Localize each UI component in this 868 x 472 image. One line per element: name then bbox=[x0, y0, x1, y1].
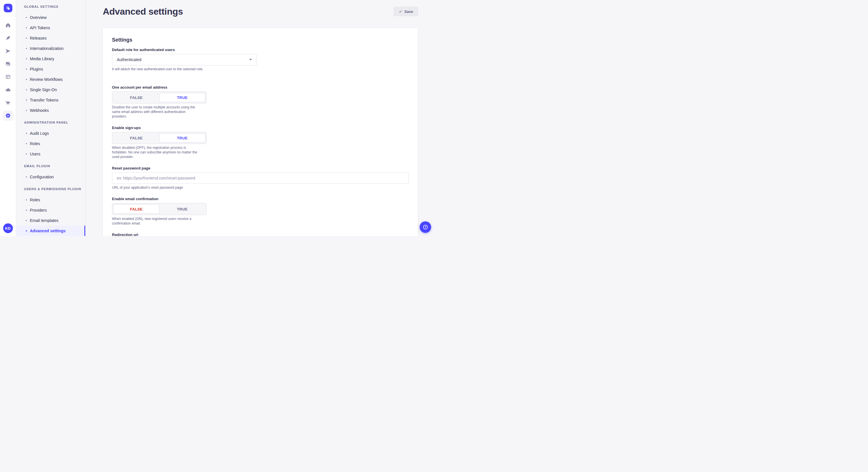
sidebar-item-webhooks[interactable]: Webhooks bbox=[16, 105, 85, 115]
nav-media-library[interactable] bbox=[3, 59, 13, 69]
icon-rail: KD bbox=[0, 0, 16, 236]
toggle-option-false[interactable]: FALSE bbox=[113, 93, 159, 102]
sidebar-item-review-workflows[interactable]: Review Workflows bbox=[16, 74, 85, 85]
bullet-icon bbox=[26, 133, 27, 134]
toggle-option-false[interactable]: FALSE bbox=[113, 204, 159, 214]
sidebar-item-up-roles[interactable]: Roles bbox=[16, 195, 85, 205]
avatar[interactable]: KD bbox=[3, 224, 13, 233]
toggle-option-true[interactable]: TRUE bbox=[159, 133, 205, 142]
sidebar-item-label: Releases bbox=[30, 36, 46, 40]
nav-content-type-builder[interactable] bbox=[3, 33, 13, 43]
bullet-icon bbox=[26, 79, 27, 80]
gear-icon bbox=[5, 113, 11, 119]
bullet-icon bbox=[26, 48, 27, 49]
field-label: Reset password page bbox=[112, 166, 409, 171]
field-hint: When enabled (ON), new registered users … bbox=[112, 216, 257, 226]
paper-plane-icon bbox=[5, 48, 11, 54]
sidebar-item-label: Configuration bbox=[30, 175, 54, 179]
field-hint: When disabled (OFF), the registration pr… bbox=[112, 145, 257, 159]
settings-card: Settings Default role for authenticated … bbox=[103, 28, 418, 236]
section-title-global-settings: GLOBAL SETTINGS bbox=[16, 4, 85, 9]
nav-content-manager[interactable] bbox=[3, 72, 13, 82]
field-hint: Disallow the user to create multiple acc… bbox=[112, 105, 257, 119]
bullet-icon bbox=[26, 27, 27, 28]
help-button[interactable]: ? bbox=[420, 222, 431, 233]
reset-password-input[interactable] bbox=[112, 172, 409, 184]
sidebar-item-email-templates[interactable]: Email templates bbox=[16, 215, 85, 226]
sidebar-item-providers[interactable]: Providers bbox=[16, 205, 85, 215]
sidebar-item-admin-users[interactable]: Users bbox=[16, 149, 85, 159]
toggle-option-false[interactable]: FALSE bbox=[113, 133, 159, 142]
sidebar-item-admin-roles[interactable]: Roles bbox=[16, 138, 85, 149]
sidebar-item-api-tokens[interactable]: API Tokens bbox=[16, 23, 85, 33]
card-section-title: Settings bbox=[112, 37, 409, 43]
strapi-logo[interactable] bbox=[4, 4, 12, 12]
bullet-icon bbox=[26, 176, 27, 177]
bullet-icon bbox=[26, 38, 27, 39]
toggle-option-true[interactable]: TRUE bbox=[159, 204, 205, 214]
nav-home[interactable] bbox=[3, 20, 13, 30]
field-one-account-per-email: One account per email address FALSE TRUE… bbox=[112, 85, 257, 119]
sidebar-item-transfer-tokens[interactable]: Transfer Tokens bbox=[16, 95, 85, 105]
sidebar-item-label: Internationalization bbox=[30, 46, 64, 51]
field-label: Enable email confirmation bbox=[112, 197, 257, 201]
sidebar-item-label: Users bbox=[30, 152, 40, 156]
sidebar-item-media-library[interactable]: Media Library bbox=[16, 54, 85, 64]
sidebar-item-releases[interactable]: Releases bbox=[16, 33, 85, 43]
check-icon bbox=[399, 10, 402, 13]
sidebar-item-label: Advanced settings bbox=[30, 229, 65, 233]
bullet-icon bbox=[26, 199, 27, 200]
save-button[interactable]: Save bbox=[394, 7, 418, 16]
sidebar-item-label: Media Library bbox=[30, 57, 54, 61]
select-value: Authenticated bbox=[117, 57, 142, 62]
toggle-option-true[interactable]: TRUE bbox=[159, 93, 205, 102]
sidebar-item-label: Providers bbox=[30, 208, 47, 212]
field-enable-email-confirmation: Enable email confirmation FALSE TRUE Whe… bbox=[112, 197, 257, 226]
bullet-icon bbox=[26, 210, 27, 211]
home-icon bbox=[5, 22, 11, 28]
sign-ups-toggle[interactable]: FALSE TRUE bbox=[112, 132, 207, 144]
page-title: Advanced settings bbox=[103, 6, 183, 16]
page-header: Advanced settings Save bbox=[103, 0, 418, 16]
save-button-label: Save bbox=[404, 9, 413, 14]
layout-icon bbox=[5, 74, 11, 80]
sidebar-item-internationalization[interactable]: Internationalization bbox=[16, 43, 85, 54]
bullet-icon bbox=[26, 154, 27, 155]
strapi-logo-icon bbox=[4, 4, 12, 12]
bullet-icon bbox=[26, 143, 27, 144]
sidebar-item-email-configuration[interactable]: Configuration bbox=[16, 172, 85, 182]
sidebar-item-label: Transfer Tokens bbox=[30, 98, 59, 102]
default-role-select[interactable]: Authenticated bbox=[112, 54, 257, 65]
bullet-icon bbox=[26, 220, 27, 221]
email-confirmation-toggle[interactable]: FALSE TRUE bbox=[112, 203, 207, 215]
sidebar-item-overview[interactable]: Overview bbox=[16, 12, 85, 23]
section-title-administration-panel: ADMINISTRATION PANEL bbox=[16, 120, 85, 125]
sidebar-item-plugins[interactable]: Plugins bbox=[16, 64, 85, 74]
field-reset-password-page: Reset password page URL of your applicat… bbox=[112, 166, 409, 190]
field-label: One account per email address bbox=[112, 85, 257, 90]
sidebar-item-label: Roles bbox=[30, 141, 40, 146]
bullet-icon bbox=[26, 100, 27, 101]
field-enable-sign-ups: Enable sign-ups FALSE TRUE When disabled… bbox=[112, 126, 257, 159]
sidebar-item-label: API Tokens bbox=[30, 26, 50, 30]
sidebar-item-advanced-settings[interactable]: Advanced settings bbox=[16, 226, 85, 236]
bullet-icon bbox=[26, 110, 27, 111]
field-label: Default role for authenticated users bbox=[112, 47, 257, 52]
nav-cloud[interactable] bbox=[3, 85, 13, 95]
nav-deploy[interactable] bbox=[3, 46, 13, 56]
field-hint: URL of your application's reset password… bbox=[112, 185, 409, 190]
section-title-email-plugin: EMAIL PLUGIN bbox=[16, 163, 85, 169]
nav-settings[interactable] bbox=[3, 110, 13, 121]
nav-marketplace[interactable] bbox=[3, 98, 13, 108]
sidebar-item-audit-logs[interactable]: Audit Logs bbox=[16, 128, 85, 138]
sidebar-item-label: Single Sign-On bbox=[30, 88, 57, 92]
sidebar-item-label: Email templates bbox=[30, 218, 59, 223]
images-icon bbox=[5, 61, 11, 67]
sidebar-item-label: Audit Logs bbox=[30, 131, 49, 136]
section-title-users-permissions-plugin: USERS & PERMISSIONS PLUGIN bbox=[16, 186, 85, 192]
sidebar-item-single-sign-on[interactable]: Single Sign-On bbox=[16, 85, 85, 95]
svg-text:?: ? bbox=[425, 226, 426, 229]
sidebar-item-label: Webhooks bbox=[30, 108, 49, 113]
one-account-toggle[interactable]: FALSE TRUE bbox=[112, 92, 207, 103]
chevron-down-icon bbox=[249, 59, 252, 61]
